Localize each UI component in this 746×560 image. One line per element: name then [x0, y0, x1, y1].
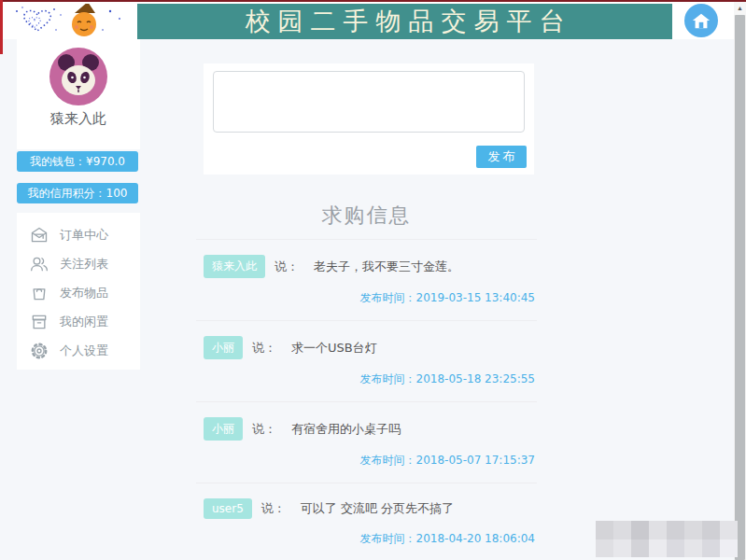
publish-time: 发布时间：2018-05-18 23:25:55 [204, 371, 535, 387]
sidebar-item-label: 发布物品 [60, 285, 108, 301]
window-top-edge [0, 0, 746, 2]
publish-card: 发布 [204, 63, 534, 175]
username-badge: 猿来入此 [204, 255, 265, 278]
gear-icon [30, 342, 49, 360]
header: 校园二手物品交易平台 [0, 2, 734, 39]
sidebar-item-publish-item[interactable]: 发布物品 [30, 279, 140, 307]
title-bar: 校园二手物品交易平台 [137, 4, 672, 39]
sidebar-item-label: 关注列表 [60, 256, 108, 273]
site-logo [3, 2, 137, 39]
publish-time-value: 2019-03-15 13:40:45 [416, 291, 535, 304]
wanted-message: 求一个USB台灯 [291, 340, 377, 357]
credit-score-button[interactable]: 我的信用积分：100 [17, 183, 138, 203]
wanted-item: 小丽 说： 有宿舍用的小桌子吗 发布时间：2018-05-07 17:15:37 [196, 402, 537, 483]
panda-avatar[interactable] [49, 47, 108, 106]
home-icon [691, 10, 711, 31]
page: 校园二手物品交易平台 ▲ 猿来入此 我的钱包：¥970.0 我的 [0, 0, 746, 560]
wallet-button[interactable]: 我的钱包：¥970.0 [17, 151, 138, 172]
publish-button[interactable]: 发布 [476, 146, 527, 168]
window-left-edge [0, 0, 3, 54]
wanted-item: 猿来入此 说： 老夫子，我不要三寸金莲。 发布时间：2019-03-15 13:… [196, 240, 537, 321]
page-title: 校园二手物品交易平台 [238, 5, 572, 38]
says-label: 说： [252, 340, 276, 357]
wanted-item: 小丽 说： 求一个USB台灯 发布时间：2018-05-18 23:25:55 [196, 321, 537, 402]
bag-icon [30, 284, 49, 302]
profile-card: 猿来入此 [17, 39, 140, 149]
publish-time-prefix: 发布时间： [360, 454, 416, 467]
sidebar-menu: 订单中心 关注列表 发布物品 我的闲置 [17, 213, 140, 370]
username-badge: 小丽 [204, 336, 243, 359]
publish-time-prefix: 发布时间： [360, 291, 416, 304]
censored-watermark [596, 521, 738, 557]
wanted-list: 猿来入此 说： 老夫子，我不要三寸金莲。 发布时间：2019-03-15 13:… [196, 239, 537, 560]
sidebar-item-label: 个人设置 [60, 343, 108, 359]
scrollbar-thumb[interactable] [735, 15, 745, 560]
says-label: 说： [261, 500, 286, 517]
sidebar-item-follow-list[interactable]: 关注列表 [30, 250, 140, 278]
publish-time-prefix: 发布时间： [360, 372, 416, 385]
says-label: 说： [252, 421, 276, 438]
wanted-info-heading: 求购信息 [196, 202, 537, 230]
says-label: 说： [274, 259, 299, 275]
sidebar-item-orders[interactable]: 订单中心 [30, 221, 140, 249]
publish-time: 发布时间：2018-05-07 17:15:37 [204, 453, 535, 469]
scroll-up-arrow-icon[interactable]: ▲ [734, 1, 746, 15]
wanted-item: user5 说： 可以了 交流吧 分页先不搞了 发布时间：2018-04-20 … [196, 483, 537, 560]
sidebar-item-settings[interactable]: 个人设置 [30, 337, 140, 365]
username-badge: user5 [204, 498, 252, 519]
wanted-message: 老夫子，我不要三寸金莲。 [314, 259, 459, 275]
wanted-message: 可以了 交流吧 分页先不搞了 [301, 500, 454, 517]
sidebar-item-label: 我的闲置 [60, 314, 108, 330]
wanted-message: 有宿舍用的小桌子吗 [291, 421, 401, 438]
home-button[interactable] [684, 4, 718, 37]
publish-time-value: 2018-05-18 23:25:55 [416, 372, 535, 385]
username: 猿来入此 [17, 110, 140, 128]
sidebar-item-my-idle[interactable]: 我的闲置 [30, 308, 140, 336]
publish-time-value: 2018-05-07 17:15:37 [416, 454, 535, 467]
vertical-scrollbar[interactable]: ▲ [734, 0, 746, 560]
users-icon [30, 255, 49, 273]
mail-icon [30, 226, 49, 245]
publish-time: 发布时间：2019-03-15 13:40:45 [204, 290, 535, 306]
publish-time-value: 2018-04-20 18:06:04 [416, 532, 535, 545]
sidebar-item-label: 订单中心 [60, 227, 108, 244]
publish-time-prefix: 发布时间： [360, 532, 416, 545]
box-icon [30, 313, 49, 331]
publish-time: 发布时间：2018-04-20 18:06:04 [204, 531, 535, 547]
publish-textarea[interactable] [213, 71, 525, 133]
hearts-emoji-logo-icon [9, 4, 131, 37]
username-badge: 小丽 [204, 417, 243, 441]
